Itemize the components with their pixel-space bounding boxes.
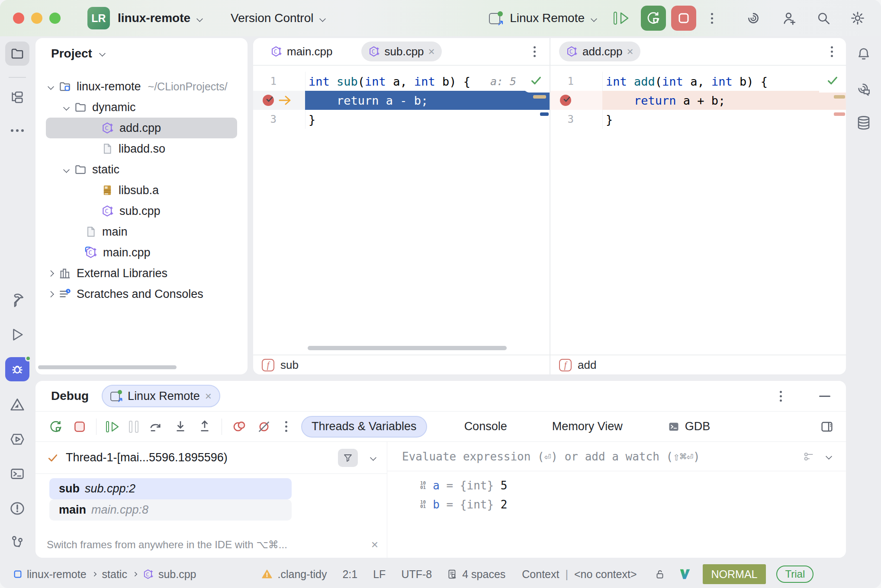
line-number[interactable]: 3 (555, 113, 574, 125)
tree-item-static[interactable]: static (46, 159, 237, 180)
step-over-icon[interactable] (148, 419, 164, 434)
filter-frames-button[interactable] (338, 449, 358, 467)
rerun-debug-icon[interactable] (48, 419, 63, 434)
tree-item-scratches[interactable]: Scratches and Consoles (46, 284, 237, 304)
variable-row-a[interactable]: 1001 a = {int} 5 (420, 479, 846, 492)
vim-icon[interactable] (678, 568, 691, 581)
run-config-selector[interactable]: Linux Remote (510, 11, 585, 25)
editor-horizontal-scrollbar[interactable] (308, 346, 507, 350)
debug-tool-button[interactable] (5, 357, 29, 381)
tab-sub-cpp[interactable]: C sub.cpp × (361, 42, 442, 61)
breadcrumb-function[interactable]: sub (280, 358, 299, 372)
crumb-file[interactable]: sub.cpp (158, 568, 196, 581)
license-badge[interactable]: Trial (776, 566, 813, 583)
breakpoint-icon[interactable] (560, 95, 571, 106)
stop-button[interactable] (671, 6, 696, 31)
tab-memory-view[interactable]: Memory View (543, 416, 632, 438)
close-hint-icon[interactable]: × (371, 538, 378, 552)
error-stripe-mark[interactable] (540, 112, 549, 116)
code-line-1[interactable]: 1 int add(int a, int b) { (550, 72, 846, 91)
inspections-widget[interactable] (819, 68, 846, 93)
code-line-1[interactable]: 1 int sub(int a, int b) { a: 5 (253, 72, 550, 91)
profiler-tool-button[interactable] (10, 397, 25, 412)
breadcrumb-function[interactable]: add (578, 358, 596, 372)
run-tool-button[interactable] (10, 327, 25, 342)
crumb-folder[interactable]: static (102, 568, 127, 581)
tree-item-main-cpp[interactable]: C main.cpp (46, 242, 237, 263)
tree-item-add-cpp[interactable]: C add.cpp (46, 118, 237, 138)
error-stripe-mark[interactable] (533, 95, 546, 99)
step-out-icon[interactable] (197, 419, 212, 434)
tree-item-main[interactable]: main (46, 221, 237, 242)
tab-main-cpp[interactable]: C main.cpp (264, 42, 340, 61)
frame-row-sub[interactable]: sub sub.cpp:2 (49, 478, 292, 499)
error-stripe-mark[interactable] (834, 112, 845, 116)
chevron-down-icon[interactable] (63, 166, 70, 173)
project-horizontal-scrollbar[interactable] (38, 365, 177, 369)
caret-position[interactable]: 2:1 (342, 568, 357, 581)
chevron-down-icon[interactable] (48, 83, 55, 90)
project-panel-title[interactable]: Project (51, 47, 92, 61)
inline-watches-icon[interactable] (802, 450, 815, 463)
settings-gear-icon[interactable] (850, 10, 865, 26)
add-user-icon[interactable] (781, 10, 797, 26)
resume-program-button[interactable] (614, 12, 630, 25)
indent-setting[interactable]: 4 spaces (447, 568, 505, 581)
minimize-window-button[interactable] (31, 13, 42, 24)
terminal-tool-button[interactable] (10, 467, 25, 481)
tree-item-libsub-a[interactable]: libsub.a (46, 180, 237, 201)
layout-settings-icon[interactable] (820, 420, 834, 434)
chevron-down-icon[interactable] (63, 104, 70, 111)
tree-item-external-libraries[interactable]: External Libraries (46, 263, 237, 284)
close-tab-icon[interactable]: × (428, 45, 435, 58)
close-session-icon[interactable]: × (205, 390, 212, 403)
editor-options-menu[interactable] (534, 51, 536, 53)
code-line-2-breakpoint[interactable]: return a + b; (550, 91, 846, 110)
code-line-3[interactable]: 3 } (253, 110, 550, 129)
error-stripe-mark[interactable] (834, 95, 845, 99)
line-number[interactable]: 1 (257, 75, 277, 87)
line-number[interactable]: 3 (257, 113, 277, 125)
evaluate-expression-input[interactable]: Evaluate expression (⏎) or add a watch (… (402, 450, 700, 463)
code-line-3[interactable]: 3 } (550, 110, 846, 129)
line-separator[interactable]: LF (373, 568, 386, 581)
more-debug-actions[interactable] (285, 425, 287, 428)
stop-debug-icon[interactable] (73, 420, 87, 434)
hide-panel-button[interactable] (819, 396, 830, 397)
tree-item-project-root[interactable]: linux-remote ~/CLionProjects/ (46, 76, 237, 97)
search-icon[interactable] (816, 11, 831, 26)
project-menu[interactable]: linux-remote (118, 11, 190, 25)
vcs-menu[interactable]: Version Control (231, 11, 313, 25)
tab-gdb[interactable]: GDB (658, 416, 720, 438)
frame-row-main[interactable]: main main.cpp:8 (49, 499, 292, 521)
chevron-right-icon[interactable] (48, 291, 55, 297)
ai-assistant-icon[interactable] (746, 11, 761, 26)
step-into-icon[interactable] (173, 419, 188, 434)
debug-session-tab[interactable]: Linux Remote × (102, 385, 220, 407)
code-line-2-execution[interactable]: return a - b; (253, 91, 550, 110)
more-actions-menu[interactable] (711, 17, 713, 19)
breakpoint-icon[interactable] (263, 95, 274, 106)
file-encoding[interactable]: UTF-8 (401, 568, 432, 581)
debug-options-menu[interactable] (780, 395, 782, 397)
mute-breakpoints-icon[interactable] (257, 419, 271, 434)
vim-mode-badge[interactable]: NORMAL (703, 564, 766, 584)
tab-add-cpp[interactable]: C add.cpp × (559, 42, 640, 61)
notifications-button[interactable] (856, 46, 871, 61)
view-breakpoints-icon[interactable] (232, 419, 247, 434)
tree-item-dynamic[interactable]: dynamic (46, 97, 237, 118)
maximize-window-button[interactable] (49, 13, 61, 24)
more-tools-button[interactable] (10, 128, 25, 133)
chevron-right-icon[interactable] (48, 270, 55, 277)
close-tab-icon[interactable]: × (627, 45, 633, 58)
chevron-down-icon[interactable] (370, 454, 377, 461)
thread-selector[interactable]: Thread-1-[mai...5596.1895596) (66, 451, 228, 464)
git-branch-tool-button[interactable] (10, 534, 25, 550)
editor-options-menu[interactable] (831, 51, 833, 53)
unlocked-icon[interactable] (654, 568, 666, 580)
chevron-down-icon[interactable] (826, 453, 833, 460)
database-button[interactable] (856, 115, 871, 131)
tree-item-libadd-so[interactable]: libadd.so (46, 138, 237, 159)
tab-threads-variables[interactable]: Threads & Variables (301, 416, 427, 438)
crumb-project[interactable]: linux-remote (27, 568, 87, 581)
